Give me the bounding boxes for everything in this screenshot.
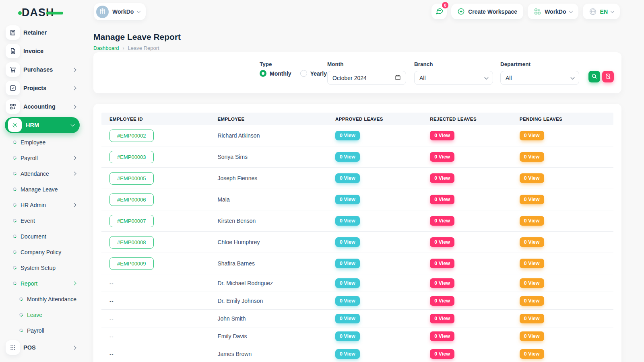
employee-id-button[interactable]: #EMP00009 [109, 257, 154, 270]
rejected-view-badge[interactable]: 0 View [430, 296, 454, 306]
sidebar-item-manage-leave[interactable]: Manage Leave [0, 181, 85, 197]
approved-leaves-cell: 0 View [327, 331, 422, 341]
approved-view-badge[interactable]: 0 View [335, 278, 360, 288]
leave-report-table: EMPLOYEE IDEMPLOYEEAPPROVED LEAVESREJECT… [93, 104, 621, 362]
approved-view-badge[interactable]: 0 View [335, 173, 360, 183]
pending-view-badge[interactable]: 0 View [520, 173, 544, 183]
employee-name-cell: Kirsten Benson [209, 218, 327, 224]
employee-id-button[interactable]: #EMP00007 [109, 215, 154, 227]
radio-yearly[interactable]: Yearly [300, 70, 327, 77]
sidebar-item-payroll[interactable]: Payroll [0, 150, 85, 166]
sidebar-item-monthly-attendance[interactable]: Monthly Attendance [0, 291, 85, 307]
rejected-view-badge[interactable]: 0 View [430, 259, 454, 268]
approved-view-badge[interactable]: 0 View [335, 237, 360, 247]
pending-view-badge[interactable]: 0 View [520, 278, 544, 288]
approved-view-badge[interactable]: 0 View [335, 259, 360, 268]
hrm-icon [8, 118, 22, 132]
workdo-menu-button[interactable]: WorkDo [528, 4, 578, 19]
employee-name: Dr. Michael Rodriguez [217, 280, 273, 286]
approved-view-badge[interactable]: 0 View [335, 314, 360, 323]
sidebar-item-purchases[interactable]: Purchases [0, 60, 85, 79]
column-header-employee: EMPLOYEE [209, 117, 327, 121]
sidebar-item-projects[interactable]: Projects [0, 79, 85, 97]
employee-id-button[interactable]: #EMP00003 [109, 151, 154, 163]
sidebar-item-invoice[interactable]: Invoice [0, 42, 85, 60]
rejected-view-badge[interactable]: 0 View [430, 331, 454, 341]
chevron-down-icon [569, 9, 573, 13]
workspace-switcher[interactable]: WorkDo [94, 3, 146, 20]
rejected-view-badge[interactable]: 0 View [430, 152, 454, 162]
approved-leaves-cell: 0 View [327, 296, 422, 306]
pending-view-badge[interactable]: 0 View [520, 152, 544, 162]
pending-view-badge[interactable]: 0 View [520, 314, 544, 323]
sidebar-item-employee[interactable]: Employee [0, 134, 85, 150]
sidebar-item-report[interactable]: Report [0, 276, 85, 291]
pending-view-badge[interactable]: 0 View [520, 237, 544, 247]
approved-leaves-cell: 0 View [327, 195, 422, 204]
rejected-view-badge[interactable]: 0 View [430, 131, 454, 140]
pending-view-badge[interactable]: 0 View [520, 296, 544, 306]
sidebar-item-document[interactable]: Document [0, 228, 85, 244]
sidebar-item-company-policy[interactable]: Company Policy [0, 244, 85, 260]
rejected-view-badge[interactable]: 0 View [430, 349, 454, 359]
type-radio-group: Monthly Yearly [260, 70, 327, 77]
rejected-view-badge[interactable]: 0 View [430, 195, 454, 204]
sidebar-item-hrm[interactable]: HRM [0, 116, 85, 134]
radio-monthly[interactable]: Monthly [260, 70, 291, 77]
topbar-actions: 0 Create Workspace WorkDo EN [431, 4, 620, 19]
employee-id-button[interactable]: #EMP00005 [109, 172, 154, 185]
sidebar-item-hr-admin[interactable]: HR Admin [0, 197, 85, 213]
create-workspace-button[interactable]: Create Workspace [451, 4, 523, 19]
rejected-view-badge[interactable]: 0 View [430, 173, 454, 183]
month-input[interactable]: October 2024 [327, 71, 406, 85]
branch-label: Branch [414, 61, 433, 67]
brand-logo[interactable]: DASH [22, 6, 63, 19]
sidebar-item-retainer[interactable]: Retainer [0, 23, 85, 42]
rejected-view-badge[interactable]: 0 View [430, 216, 454, 226]
pending-view-badge[interactable]: 0 View [520, 216, 544, 226]
calendar-icon[interactable] [395, 74, 401, 82]
rejected-view-badge[interactable]: 0 View [430, 237, 454, 247]
sidebar-item-accounting[interactable]: Accounting [0, 97, 85, 116]
employee-id-button[interactable]: #EMP00002 [109, 130, 154, 142]
sidebar-item-system-setup[interactable]: System Setup [0, 260, 85, 276]
rejected-leaves-cell: 0 View [422, 259, 512, 268]
sidebar-item-attendance[interactable]: Attendance [0, 166, 85, 181]
approved-view-badge[interactable]: 0 View [335, 216, 360, 226]
branch-select[interactable]: All [414, 71, 493, 85]
sidebar-item-event[interactable]: Event [0, 213, 85, 228]
employee-id-button[interactable]: #EMP00008 [109, 236, 154, 249]
approved-view-badge[interactable]: 0 View [335, 349, 360, 359]
reset-filter-button[interactable] [602, 71, 614, 82]
approved-view-badge[interactable]: 0 View [335, 296, 360, 306]
messages-button[interactable]: 0 [431, 4, 447, 19]
sidebar-item-leave[interactable]: Leave [0, 307, 85, 323]
sidebar-item-pos[interactable]: POS [0, 338, 85, 357]
sidebar-item-label: Leave [27, 312, 42, 318]
pending-view-badge[interactable]: 0 View [520, 349, 544, 359]
employee-id-button[interactable]: #EMP00006 [109, 193, 154, 206]
approved-view-badge[interactable]: 0 View [335, 131, 360, 140]
employee-id-cell: -- [101, 333, 209, 339]
department-select[interactable]: All [500, 71, 579, 85]
chevron-down-icon [137, 9, 141, 13]
table-row: #EMP00007Kirsten Benson0 View0 View0 Vie… [101, 210, 613, 232]
sidebar-item-payroll[interactable]: Payroll [0, 323, 85, 338]
employee-name-cell: Shafira Barnes [209, 260, 327, 267]
employee-name-cell: Emily Davis [209, 333, 327, 339]
breadcrumb-dashboard-link[interactable]: Dashboard [93, 45, 119, 51]
approved-view-badge[interactable]: 0 View [335, 331, 360, 341]
pending-view-badge[interactable]: 0 View [520, 331, 544, 341]
pending-view-badge[interactable]: 0 View [520, 131, 544, 140]
employee-id-cell: #EMP00005 [101, 172, 209, 185]
language-selector[interactable]: EN [583, 4, 620, 19]
search-button[interactable] [588, 71, 600, 82]
employee-name: James Brown [217, 351, 252, 357]
approved-view-badge[interactable]: 0 View [335, 195, 360, 204]
month-label: Month [327, 61, 343, 67]
rejected-view-badge[interactable]: 0 View [430, 314, 454, 323]
approved-view-badge[interactable]: 0 View [335, 152, 360, 162]
pending-view-badge[interactable]: 0 View [520, 195, 544, 204]
pending-view-badge[interactable]: 0 View [520, 259, 544, 268]
rejected-view-badge[interactable]: 0 View [430, 278, 454, 288]
